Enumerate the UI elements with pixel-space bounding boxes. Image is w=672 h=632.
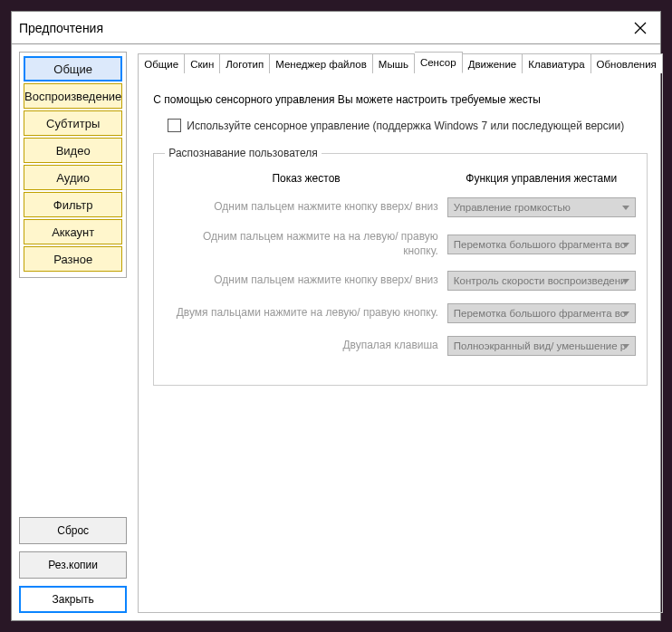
gesture-label: Одним пальцем нажмите кнопку вверх/ вниз — [165, 200, 437, 215]
header-gesture-function: Функция управления жестами — [447, 172, 636, 185]
tab-content: С помощью сенсорного управления Вы может… — [138, 72, 662, 613]
window-title: Предпочтения — [19, 21, 628, 35]
tab-sensor[interactable]: Сенсор — [415, 52, 463, 73]
tab-motion[interactable]: Движение — [463, 53, 523, 73]
sidebar-item-subtitles[interactable]: Субтитры — [24, 110, 122, 136]
sidebar-item-general[interactable]: Общие — [24, 56, 122, 81]
group-legend: Распознавание пользователя — [165, 147, 321, 159]
gesture-row-1: Одним пальцем нажмите на на левую/ праву… — [165, 230, 635, 258]
sidebar-buttons: Сброс Рез.копии Закрыть — [19, 517, 127, 613]
tab-updates[interactable]: Обновления — [591, 53, 663, 73]
sidebar: Общие Воспроизведение Субтитры Видео Ауд… — [19, 52, 127, 613]
sensor-enable-label: Используйте сенсорное управление (поддер… — [187, 120, 624, 132]
reset-button[interactable]: Сброс — [19, 517, 127, 544]
gesture-row-4: Двупалая клавиша Полноэкранный вид/ умен… — [165, 336, 635, 356]
gesture-combo-4[interactable]: Полноэкранный вид/ уменьшение р — [447, 336, 636, 356]
backup-button[interactable]: Рез.копии — [19, 551, 127, 579]
sidebar-item-video[interactable]: Видео — [24, 138, 122, 163]
tabs: Общие Скин Логотип Менеджер файлов Мышь … — [138, 52, 662, 73]
close-icon[interactable] — [628, 15, 653, 41]
gesture-row-2: Одним пальцем нажмите кнопку вверх/ вниз… — [165, 271, 635, 291]
sidebar-item-audio[interactable]: Аудио — [24, 165, 122, 190]
tab-mouse[interactable]: Мышь — [373, 53, 415, 73]
tab-keyboard[interactable]: Клавиатура — [523, 53, 590, 73]
gesture-label: Двумя пальцами нажмите на левую/ правую … — [165, 306, 437, 321]
sidebar-item-misc[interactable]: Разное — [24, 246, 122, 272]
gesture-combo-1[interactable]: Перемотка большого фрагмента во — [447, 235, 636, 254]
sensor-enable-checkbox[interactable] — [168, 119, 181, 132]
gesture-headers: Показ жестов Функция управления жестами — [165, 172, 635, 185]
header-gesture-show: Показ жестов — [165, 172, 446, 185]
gesture-combo-0[interactable]: Управление громкостью — [447, 197, 636, 217]
sensor-info-text: С помощью сенсорного управления Вы может… — [153, 93, 647, 106]
gesture-label: Одним пальцем нажмите на на левую/ праву… — [165, 230, 437, 258]
sidebar-item-account[interactable]: Аккаунт — [24, 219, 122, 244]
window-body: Общие Воспроизведение Субтитры Видео Ауд… — [12, 44, 660, 620]
preferences-window: Предпочтения Общие Воспроизведение Субти… — [11, 11, 661, 621]
gesture-label: Двупалая клавиша — [165, 339, 437, 353]
gesture-row-0: Одним пальцем нажмите кнопку вверх/ вниз… — [165, 197, 635, 217]
gesture-label: Одним пальцем нажмите кнопку вверх/ вниз — [165, 273, 437, 288]
user-recognition-group: Распознавание пользователя Показ жестов … — [153, 147, 647, 386]
main-panel: Общие Скин Логотип Менеджер файлов Мышь … — [138, 52, 662, 613]
titlebar: Предпочтения — [12, 12, 660, 44]
tab-skin[interactable]: Скин — [185, 53, 220, 73]
close-button[interactable]: Закрыть — [19, 586, 127, 613]
sensor-enable-row: Используйте сенсорное управление (поддер… — [168, 119, 647, 132]
sidebar-categories: Общие Воспроизведение Субтитры Видео Ауд… — [19, 52, 127, 278]
gesture-combo-3[interactable]: Перемотка большого фрагмента во — [447, 303, 636, 323]
sidebar-item-filter[interactable]: Фильтр — [24, 192, 122, 217]
tab-logo[interactable]: Логотип — [220, 53, 270, 73]
tab-filemanager[interactable]: Менеджер файлов — [270, 53, 373, 73]
gesture-combo-2[interactable]: Контроль скорости воспроизведени — [447, 271, 636, 291]
tab-general[interactable]: Общие — [138, 53, 185, 73]
sidebar-item-playback[interactable]: Воспроизведение — [24, 83, 122, 109]
gesture-row-3: Двумя пальцами нажмите на левую/ правую … — [165, 303, 635, 323]
